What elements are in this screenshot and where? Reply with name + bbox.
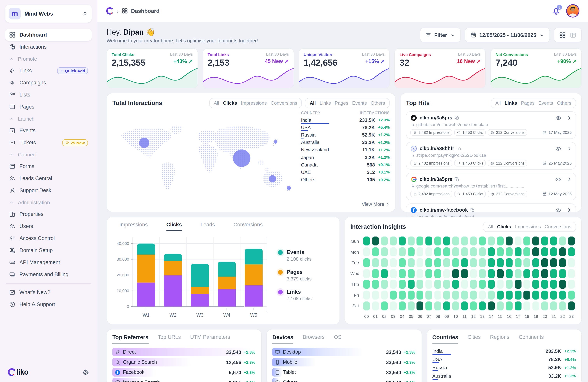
heatmap-cell[interactable] — [524, 280, 530, 289]
heatmap-cell[interactable] — [399, 247, 405, 256]
tab-impressions[interactable]: Impressions — [241, 100, 267, 106]
heatmap-cell[interactable] — [443, 291, 450, 299]
country-row-japan[interactable]: Japan3.2K+1.2% — [301, 154, 390, 161]
heatmap-cell[interactable] — [506, 280, 512, 289]
top-hit-item[interactable]: Sclko.in/a38bhfr↳stripe.com/pay/hkigPcK2… — [406, 142, 576, 170]
heatmap-cell[interactable] — [363, 247, 370, 256]
heatmap-cell[interactable] — [479, 280, 486, 289]
heatmap-cell[interactable] — [470, 247, 477, 256]
heatmap-cell[interactable] — [542, 291, 548, 299]
heatmap-cell[interactable] — [497, 269, 504, 278]
country-row-canada[interactable]: Canada568+0.1% — [301, 161, 390, 169]
geo-row-usa[interactable]: USA78.2K+5.4% — [432, 356, 576, 363]
cliko-mark-icon[interactable] — [106, 7, 114, 15]
heatmap-cell[interactable] — [470, 291, 477, 299]
tab-links[interactable]: Links — [504, 100, 517, 106]
heatmap-cell[interactable] — [452, 237, 459, 246]
chart-tab-conversions[interactable]: Conversions — [233, 222, 263, 231]
heatmap-cell[interactable] — [550, 258, 557, 267]
chevron-right-icon[interactable] — [567, 146, 572, 151]
heatmap-cell[interactable] — [479, 237, 486, 246]
heatmap-cell[interactable] — [461, 280, 468, 289]
heatmap-cell[interactable] — [417, 269, 423, 278]
heatmap-cell[interactable] — [568, 258, 575, 267]
heatmap-cell[interactable] — [470, 258, 477, 267]
heatmap-cell[interactable] — [399, 291, 405, 299]
heatmap-cell[interactable] — [399, 237, 405, 246]
breakdown-row-others[interactable]: Others33,540+2.3% — [273, 378, 416, 382]
heatmap-cell[interactable] — [542, 237, 548, 246]
heatmap-cell[interactable] — [426, 301, 432, 310]
heatmap-cell[interactable] — [488, 258, 495, 267]
sidebar-item-domain-setup[interactable]: Domain Setup — [5, 244, 92, 256]
heatmap-cell[interactable] — [506, 237, 512, 246]
heatmap-cell[interactable] — [443, 237, 450, 246]
heatmap-cell[interactable] — [515, 237, 521, 246]
chart-tab-leads[interactable]: Leads — [200, 222, 215, 231]
heatmap-cell[interactable] — [488, 269, 495, 278]
heatmap-cell[interactable] — [390, 301, 397, 310]
chevron-right-icon[interactable] — [567, 208, 572, 212]
heatmap-cell[interactable] — [372, 247, 379, 256]
eye-icon[interactable] — [555, 176, 562, 183]
tab-devices[interactable]: Devices — [273, 334, 294, 343]
heatmap-cell[interactable] — [408, 269, 414, 278]
heatmap-cell[interactable] — [497, 237, 504, 246]
heatmap-cell[interactable] — [524, 247, 530, 256]
heatmap-cell[interactable] — [506, 269, 512, 278]
sidebar-item-help-support[interactable]: Help & Support — [5, 298, 92, 310]
tab-top-referrers[interactable]: Top Referrers — [112, 334, 148, 343]
heatmap-cell[interactable] — [542, 301, 548, 310]
heatmap-cell[interactable] — [506, 247, 512, 256]
heatmap-cell[interactable] — [372, 301, 379, 310]
heatmap-cell[interactable] — [479, 247, 486, 256]
copy-icon[interactable] — [457, 146, 461, 151]
heatmap-cell[interactable] — [435, 258, 441, 267]
country-row-usa[interactable]: USA78.2K+5.4% — [301, 124, 390, 131]
breakdown-row-tablet[interactable]: Tablet33,540+2.3% — [273, 368, 416, 377]
chevron-right-icon[interactable] — [567, 116, 572, 120]
top-hit-item[interactable]: clko.in/3a5prs↳google.com/search?q=how+t… — [406, 173, 576, 200]
tab-os[interactable]: OS — [334, 334, 341, 343]
tab-all[interactable]: All — [214, 100, 219, 106]
heatmap-cell[interactable] — [470, 237, 477, 246]
eye-icon[interactable] — [555, 115, 562, 121]
sidebar-item-leads-central[interactable]: Leads Central — [5, 172, 92, 184]
heatmap-cell[interactable] — [479, 301, 486, 310]
heatmap-cell[interactable] — [399, 258, 405, 267]
heatmap-cell[interactable] — [399, 301, 405, 310]
top-hit-item[interactable]: clko.in/3a5prs↳github.com/mindwebs/node-… — [406, 111, 576, 139]
view-more-link[interactable]: View More — [362, 202, 390, 207]
sidebar-item-interactions[interactable]: Interactions — [5, 41, 92, 53]
heatmap-cell[interactable] — [550, 301, 557, 310]
grid-view-icon[interactable] — [559, 32, 566, 38]
sidebar-section-connect[interactable]: Connect — [5, 149, 92, 160]
breakdown-row-direct[interactable]: Direct33,540+2.3% — [112, 347, 256, 357]
heatmap-cell[interactable] — [452, 280, 459, 289]
heatmap-cell[interactable] — [390, 280, 397, 289]
tab-conversions[interactable]: Conversions — [271, 100, 297, 106]
breakdown-row-organic-search[interactable]: Organic Search12,456+2.3% — [112, 358, 256, 367]
tab-utm-parameters[interactable]: UTM Parameters — [190, 334, 230, 343]
heatmap-cell[interactable] — [497, 291, 504, 299]
heatmap-cell[interactable] — [390, 269, 397, 278]
heatmap-cell[interactable] — [381, 291, 388, 299]
tab-continents[interactable]: Continents — [519, 334, 544, 343]
tab-cities[interactable]: Cities — [468, 334, 481, 343]
tab-all[interactable]: All — [495, 100, 501, 106]
avatar[interactable] — [566, 4, 579, 18]
heatmap-cell[interactable] — [381, 280, 388, 289]
heatmap-cell[interactable] — [550, 247, 557, 256]
heatmap-cell[interactable] — [524, 269, 530, 278]
heatmap-cell[interactable] — [506, 291, 512, 299]
heatmap-cell[interactable] — [426, 258, 432, 267]
tab-conversions[interactable]: Conversions — [545, 224, 571, 230]
tab-browsers[interactable]: Browsers — [303, 334, 325, 343]
heatmap-cell[interactable] — [426, 280, 432, 289]
heatmap-cell[interactable] — [559, 301, 566, 310]
heatmap-cell[interactable] — [559, 291, 566, 299]
heatmap-cell[interactable] — [524, 301, 530, 310]
heatmap-cell[interactable] — [426, 269, 432, 278]
stat-card-total-clicks[interactable]: Total ClicksLast 30 Days2,15,355+43% ↗ — [106, 48, 198, 88]
heatmap-cell[interactable] — [461, 301, 468, 310]
